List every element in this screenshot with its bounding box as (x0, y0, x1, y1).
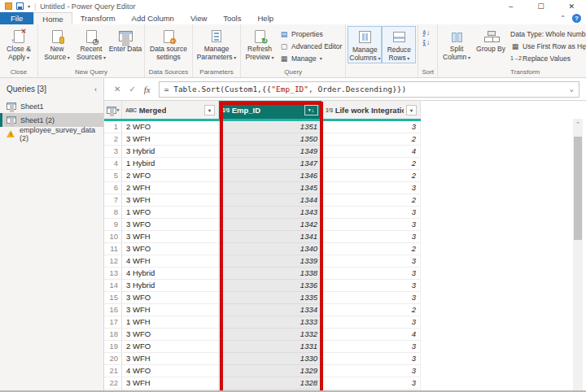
cell-life-work-integration[interactable]: 3 (322, 353, 421, 365)
queries-collapse-icon[interactable]: ‹ (94, 85, 97, 94)
cell-life-work-integration[interactable]: 3 (322, 341, 421, 353)
row-number-cell[interactable]: 18 (104, 329, 122, 341)
row-number-cell[interactable]: 4 (104, 158, 122, 170)
cell-life-work-integration[interactable]: 2 (322, 158, 421, 170)
scroll-up-icon[interactable]: ⌃ (573, 119, 583, 130)
row-number-cell[interactable]: 5 (104, 170, 122, 182)
cell-life-work-integration[interactable]: 3 (322, 219, 421, 231)
ribbon-overflow-icon[interactable]: › (583, 46, 585, 53)
tab-add-column[interactable]: Add Column (124, 12, 182, 24)
help-button[interactable]: ? (572, 14, 581, 23)
table-row[interactable]: 171 WFH13333 (104, 316, 586, 329)
replace-values-button[interactable]: 1→2 Replace Values (510, 53, 586, 63)
cell-merged[interactable]: 2 WFO (122, 121, 219, 133)
quick-access-caret-icon[interactable]: ▾ (28, 3, 30, 9)
cell-emp-id[interactable]: 1333 (219, 316, 322, 329)
cell-emp-id[interactable]: 1330 (219, 353, 322, 365)
cell-merged[interactable]: 3 Hybrid (122, 146, 219, 158)
cell-merged[interactable]: 3 WFO (122, 329, 219, 341)
formula-cancel-icon[interactable]: ✕ (114, 85, 120, 94)
column-header-life-work-integration[interactable]: 1²3 Life work Integration ▾ (322, 101, 421, 119)
cell-life-work-integration[interactable]: 3 (322, 316, 421, 329)
table-row[interactable]: 214 WFO13293 (104, 365, 586, 377)
query-item-sheet1-2[interactable]: Sheet1 (2) (0, 113, 103, 127)
cell-emp-id[interactable]: 1346 (219, 170, 322, 182)
cell-emp-id[interactable]: 1342 (219, 219, 322, 231)
cell-emp-id[interactable]: 1347 (219, 158, 322, 170)
scrollbar-thumb[interactable] (574, 137, 582, 240)
cell-merged[interactable]: 3 WFO (122, 243, 219, 255)
table-row[interactable]: 124 WFH13393 (104, 255, 586, 268)
row-number-cell[interactable]: 6 (104, 182, 122, 194)
cell-emp-id[interactable]: 1350 (219, 133, 322, 146)
table-row[interactable]: 52 WFO13462 (104, 170, 586, 182)
row-number-cell[interactable]: 16 (104, 304, 122, 316)
row-number-cell[interactable]: 8 (104, 207, 122, 219)
data-type-button[interactable]: Data Type: Whole Number (510, 28, 586, 39)
cell-merged[interactable]: 3 WFO (122, 292, 219, 304)
cell-life-work-integration[interactable]: 2 (322, 170, 421, 182)
cell-life-work-integration[interactable]: 3 (322, 121, 421, 133)
close-apply-button[interactable]: ✕↑ Close & Apply (2, 26, 36, 62)
cell-merged[interactable]: 3 WFO (122, 219, 219, 231)
cell-emp-id[interactable]: 1336 (219, 280, 322, 292)
manage-button[interactable]: ▦ Manage (279, 53, 342, 63)
cell-emp-id[interactable]: 1335 (219, 292, 322, 304)
cell-life-work-integration[interactable]: 2 (322, 304, 421, 316)
recent-sources-button[interactable]: ◷ Recent Sources (74, 26, 108, 62)
table-row[interactable]: 33 Hybrid13494 (104, 146, 586, 158)
cell-merged[interactable]: 3 Hybrid (122, 280, 219, 292)
cell-merged[interactable]: 2 WFO (122, 170, 219, 182)
cell-merged[interactable]: 4 Hybrid (122, 268, 219, 280)
row-number-cell[interactable]: 17 (104, 316, 122, 329)
cell-emp-id[interactable]: 1349 (219, 146, 322, 158)
refresh-preview-button[interactable]: ↻ Refresh Preview (243, 26, 277, 62)
sort-descending-indicator[interactable]: ▾↓ (304, 105, 318, 115)
cell-merged[interactable]: 2 WFH (122, 182, 219, 194)
table-row[interactable]: 113 WFO13402 (104, 243, 586, 255)
table-row[interactable]: 203 WFH13303 (104, 353, 586, 365)
cell-emp-id[interactable]: 1344 (219, 194, 322, 207)
cell-life-work-integration[interactable]: 4 (322, 146, 421, 158)
table-row[interactable]: 223 WFH13283 (104, 377, 586, 390)
table-row[interactable]: 183 WFO13324 (104, 329, 586, 341)
cell-merged[interactable]: 1 WFO (122, 207, 219, 219)
row-number-cell[interactable]: 13 (104, 268, 122, 280)
table-row[interactable]: 23 WFH13502 (104, 133, 586, 146)
cell-emp-id[interactable]: 1340 (219, 243, 322, 255)
filter-dropdown-icon[interactable]: ▾ (204, 105, 215, 115)
cell-emp-id[interactable]: 1345 (219, 182, 322, 194)
advanced-editor-button[interactable]: ▢ Advanced Editor (279, 41, 342, 51)
cell-life-work-integration[interactable]: 3 (322, 268, 421, 280)
row-number-cell[interactable]: 22 (104, 377, 122, 390)
cell-life-work-integration[interactable]: 2 (322, 133, 421, 146)
data-source-settings-button[interactable]: ⚙ Data source settings (146, 26, 190, 62)
cell-emp-id[interactable]: 1334 (219, 304, 322, 316)
query-item-sheet1[interactable]: Sheet1 (0, 99, 103, 113)
row-number-cell[interactable]: 15 (104, 292, 122, 304)
row-number-cell[interactable]: 3 (104, 146, 122, 158)
row-number-cell[interactable]: 12 (104, 255, 122, 268)
cell-merged[interactable]: 3 WFH (122, 353, 219, 365)
cell-emp-id[interactable]: 1329 (219, 365, 322, 377)
cell-merged[interactable]: 2 WFO (122, 341, 219, 353)
filter-dropdown-icon[interactable]: ▾ (406, 105, 417, 115)
table-row[interactable]: 41 Hybird13472 (104, 158, 586, 170)
cell-life-work-integration[interactable]: 3 (322, 182, 421, 194)
select-all-corner[interactable]: ▾ (104, 101, 122, 119)
formula-expand-icon[interactable]: ⌄ (570, 85, 574, 93)
tab-view[interactable]: View (182, 12, 215, 24)
cell-merged[interactable]: 3 WFH (122, 377, 219, 390)
table-row[interactable]: 134 Hybrid13383 (104, 268, 586, 280)
table-row[interactable]: 81 WFO13433 (104, 207, 586, 219)
cell-merged[interactable]: 3 WFH (122, 133, 219, 146)
sort-ascending-button[interactable]: AZ↓ (422, 29, 430, 37)
row-number-cell[interactable]: 19 (104, 341, 122, 353)
cell-emp-id[interactable]: 1338 (219, 268, 322, 280)
cell-life-work-integration[interactable]: 3 (322, 231, 421, 243)
tab-transform[interactable]: Transform (72, 12, 124, 24)
cell-emp-id[interactable]: 1332 (219, 329, 322, 341)
group-by-button[interactable]: Group By (474, 26, 508, 54)
maximize-button[interactable]: ☐ (537, 2, 544, 11)
row-number-cell[interactable]: 14 (104, 280, 122, 292)
